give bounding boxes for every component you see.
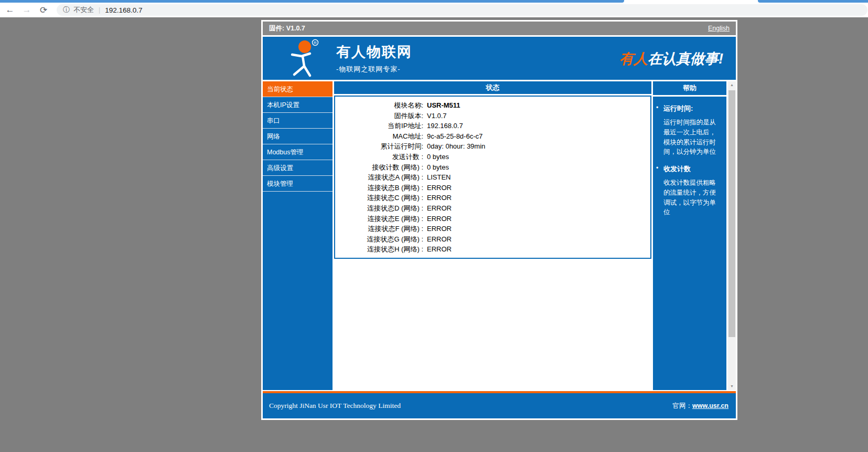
firmware-version-label: 固件: V1.0.7 (269, 24, 305, 33)
status-panel: 状态 模块名称:USR-M511 固件版本:V1.0.7 当前IP地址:192.… (334, 81, 651, 390)
status-panel-title: 状态 (334, 81, 651, 94)
status-row: 连接状态F (网络) :ERROR (335, 224, 650, 234)
status-row: 连接状态H (网络) :ERROR (335, 244, 650, 255)
english-link[interactable]: English (708, 25, 730, 32)
page-info-icon[interactable]: ⓘ (63, 5, 70, 15)
status-row: 连接状态C (网络) :ERROR (335, 193, 650, 203)
status-label: 接收计数 (网络) : (335, 162, 423, 173)
official-site-label: 官网： (672, 402, 692, 409)
status-label: 当前IP地址: (335, 121, 423, 131)
official-site-link[interactable]: www.usr.cn (692, 402, 728, 409)
sidebar-item-serial[interactable]: 串口 (263, 113, 333, 129)
status-label: 连接状态A (网络) : (335, 172, 423, 183)
footer-bar: Copyright JiNan Usr IOT Technology Limit… (263, 393, 736, 418)
brand-slogan: 有人在认真做事! (619, 49, 723, 68)
reload-button[interactable]: ⟳ (37, 4, 50, 16)
status-value: V1.0.7 (427, 111, 650, 121)
sidebar-menu: 当前状态 本机IP设置 串口 网络 Modbus管理 高级设置 模块管理 (263, 81, 333, 390)
status-label: 连接状态D (网络) : (335, 203, 423, 214)
brand-banner: R 有人物联网 -物联网之联网专家- 有人在认真做事! (263, 37, 736, 80)
status-label: 模块名称: (335, 100, 423, 111)
status-label: 连接状态F (网络) : (335, 224, 423, 234)
status-row: 连接状态B (网络) :ERROR (335, 183, 650, 193)
url-text: 192.168.0.7 (105, 6, 142, 14)
sidebar-item-modbus[interactable]: Modbus管理 (263, 144, 333, 160)
address-separator: | (99, 6, 100, 14)
bullet-icon: • (656, 104, 663, 113)
content-area: 当前状态 本机IP设置 串口 网络 Modbus管理 高级设置 模块管理 状态 … (263, 81, 736, 390)
sidebar-item-network[interactable]: 网络 (263, 129, 333, 144)
device-config-page: 固件: V1.0.7 English R 有人物联网 -物联网之联网专家- 有人… (261, 20, 737, 420)
sidebar-item-advanced[interactable]: 高级设置 (263, 160, 333, 176)
status-row: 当前IP地址:192.168.0.7 (335, 121, 650, 131)
status-row: 连接状态G (网络) :ERROR (335, 234, 650, 245)
back-icon: ← (6, 5, 15, 15)
status-row: 连接状态D (网络) :ERROR (335, 203, 650, 214)
help-text: 运行时间指的是从最近一次上电后，模块的累计运行时间，以分钟为单位 (663, 118, 722, 157)
status-row: 接收计数 (网络) :0 bytes (335, 162, 650, 173)
usr-person-icon: R (287, 39, 322, 78)
content-scrollbar[interactable]: ▲ ▼ (728, 81, 736, 390)
status-value: 9c-a5-25-8d-6c-c7 (427, 131, 650, 142)
status-label: 累计运行时间: (335, 141, 423, 152)
reload-icon: ⟳ (40, 5, 47, 16)
status-label: 连接状态H (网络) : (335, 244, 423, 255)
status-value: 0 bytes (427, 152, 650, 162)
sidebar-item-module[interactable]: 模块管理 (263, 176, 333, 192)
status-value: ERROR (427, 234, 650, 245)
forward-button[interactable]: → (20, 4, 34, 16)
help-heading: 收发计数 (663, 164, 691, 174)
firmware-topbar: 固件: V1.0.7 English (263, 22, 736, 35)
status-row: 连接状态E (网络) :ERROR (335, 214, 650, 224)
status-label: 发送计数 : (335, 152, 423, 162)
slogan-white-part: 在认真做事! (648, 51, 723, 67)
status-row: 模块名称:USR-M511 (335, 100, 650, 111)
status-label: 连接状态E (网络) : (335, 214, 423, 224)
usr-logo: R (287, 39, 322, 78)
sidebar-item-local-ip[interactable]: 本机IP设置 (263, 97, 333, 113)
status-value: 0day: 0hour: 39min (427, 141, 650, 152)
help-item: • 运行时间: (656, 104, 722, 113)
status-label: 连接状态G (网络) : (335, 234, 423, 245)
scrollbar-thumb[interactable] (728, 90, 735, 337)
official-site: 官网：www.usr.cn (672, 402, 728, 411)
help-panel: 帮助 • 运行时间: 运行时间指的是从最近一次上电后，模块的累计运行时间，以分钟… (653, 81, 726, 390)
status-row: 连接状态A (网络) :LISTEN (335, 172, 650, 183)
forward-icon: → (23, 5, 31, 15)
brand-title: 有人物联网 (336, 43, 412, 61)
help-heading: 运行时间: (663, 104, 693, 113)
status-value: 0 bytes (427, 162, 650, 173)
svg-text:R: R (314, 40, 317, 45)
help-panel-body: • 运行时间: 运行时间指的是从最近一次上电后，模块的累计运行时间，以分钟为单位… (653, 97, 726, 390)
status-label: 连接状态B (网络) : (335, 183, 423, 193)
status-value: ERROR (427, 244, 650, 255)
status-label: MAC地址: (335, 131, 423, 142)
help-item: • 收发计数 (656, 164, 722, 174)
help-panel-title: 帮助 (653, 81, 726, 95)
status-table: 模块名称:USR-M511 固件版本:V1.0.7 当前IP地址:192.168… (334, 96, 651, 259)
brand-text: 有人物联网 -物联网之联网专家- (336, 43, 412, 74)
status-row: 累计运行时间:0day: 0hour: 39min (335, 141, 650, 152)
scroll-up-icon[interactable]: ▲ (728, 81, 736, 89)
copyright-text: Copyright JiNan Usr IOT Technology Limit… (269, 402, 401, 410)
status-value: ERROR (427, 183, 650, 193)
brand-subtitle: -物联网之联网专家- (336, 65, 412, 74)
status-value: ERROR (427, 203, 650, 214)
status-value: ERROR (427, 193, 650, 203)
status-row: 发送计数 :0 bytes (335, 152, 650, 162)
help-text: 收发计数提供粗略的流量统计，方便调试，以字节为单位 (663, 178, 722, 217)
status-label: 连接状态C (网络) : (335, 193, 423, 203)
status-value: LISTEN (427, 172, 650, 183)
sidebar-item-current-status[interactable]: 当前状态 (263, 81, 333, 97)
status-label: 固件版本: (335, 111, 423, 121)
status-row: MAC地址:9c-a5-25-8d-6c-c7 (335, 131, 650, 142)
back-button[interactable]: ← (3, 4, 17, 16)
status-value: ERROR (427, 224, 650, 234)
scroll-down-icon[interactable]: ▼ (728, 383, 736, 390)
status-value: 192.168.0.7 (427, 121, 650, 131)
status-row: 固件版本:V1.0.7 (335, 111, 650, 121)
bullet-icon: • (656, 164, 663, 174)
address-bar[interactable]: ⓘ 不安全 | 192.168.0.7 (57, 4, 867, 16)
status-value: USR-M511 (427, 100, 650, 111)
status-value: ERROR (427, 214, 650, 224)
